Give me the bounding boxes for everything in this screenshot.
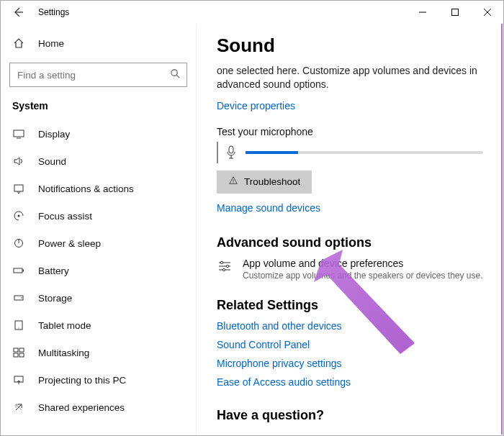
- related-heading: Related Settings: [217, 298, 483, 313]
- projecting-icon: [12, 373, 25, 386]
- svg-rect-17: [229, 146, 233, 153]
- svg-rect-15: [19, 353, 24, 357]
- sidebar-item-battery[interactable]: Battery: [1, 257, 196, 284]
- sidebar-item-focus-assist[interactable]: Focus assist: [1, 202, 196, 230]
- maximize-button[interactable]: [438, 1, 471, 24]
- shared-icon: [12, 401, 25, 414]
- home-icon: [12, 37, 25, 50]
- sidebar-item-label: Storage: [38, 293, 72, 304]
- related-link-ease-of-access[interactable]: Ease of Access audio settings: [217, 376, 483, 388]
- mic-test-row: [217, 142, 483, 163]
- power-icon: [12, 237, 25, 250]
- sound-icon: [12, 155, 25, 168]
- titlebar: Settings: [1, 1, 503, 24]
- svg-rect-0: [451, 9, 458, 16]
- svg-point-20: [226, 265, 228, 267]
- sidebar-item-multitasking[interactable]: Multitasking: [1, 339, 196, 366]
- sidebar-item-label: Projecting to this PC: [38, 375, 126, 386]
- window-title: Settings: [30, 7, 69, 17]
- pref-subtitle: Customize app volumes and the speakers o…: [243, 271, 483, 281]
- sidebar-section-label: System: [1, 94, 196, 120]
- search-box[interactable]: [9, 63, 187, 87]
- app-volume-preferences[interactable]: App volume and device preferences Custom…: [217, 258, 483, 281]
- related-link-bluetooth[interactable]: Bluetooth and other devices: [217, 320, 483, 332]
- sidebar-item-label: Focus assist: [38, 211, 92, 222]
- mic-level-meter: [246, 151, 483, 154]
- sidebar-item-label: Sound: [38, 156, 66, 167]
- sliders-icon: [217, 259, 233, 273]
- display-icon: [12, 127, 25, 140]
- svg-rect-3: [14, 185, 23, 191]
- svg-rect-12: [14, 348, 18, 352]
- sidebar-item-projecting[interactable]: Projecting to this PC: [1, 366, 196, 394]
- close-button[interactable]: [471, 1, 503, 24]
- sidebar: Home System Display Sound Notifications …: [1, 24, 197, 436]
- search-icon: [170, 68, 181, 81]
- scrollbar-indicator: [501, 24, 503, 435]
- pref-title: App volume and device preferences: [243, 258, 483, 269]
- minimize-button[interactable]: [406, 1, 438, 24]
- related-link-microphone-privacy[interactable]: Microphone privacy settings: [217, 358, 483, 369]
- sidebar-item-tablet-mode[interactable]: Tablet mode: [1, 312, 196, 339]
- question-heading: Have a question?: [217, 408, 483, 423]
- sidebar-item-shared[interactable]: Shared experiences: [1, 394, 196, 421]
- svg-point-1: [171, 70, 177, 76]
- troubleshoot-button[interactable]: Troubleshoot: [217, 171, 312, 194]
- sidebar-item-notifications[interactable]: Notifications & actions: [1, 175, 196, 202]
- sidebar-item-label: Multitasking: [38, 348, 89, 358]
- page-title: Sound: [217, 35, 483, 57]
- tablet-icon: [12, 319, 25, 332]
- microphone-icon: [224, 145, 238, 160]
- sidebar-item-label: Notifications & actions: [38, 183, 134, 194]
- notifications-icon: [12, 182, 25, 195]
- warning-icon: [228, 176, 238, 188]
- svg-rect-6: [14, 268, 22, 273]
- svg-rect-2: [14, 130, 24, 137]
- svg-point-9: [21, 297, 22, 299]
- page-description: one selected here. Customize app volumes…: [217, 64, 483, 91]
- svg-point-19: [220, 261, 222, 263]
- sidebar-item-label: Display: [38, 129, 70, 140]
- device-properties-link[interactable]: Device properties: [217, 100, 295, 112]
- svg-point-18: [233, 183, 233, 183]
- sidebar-item-sound[interactable]: Sound: [1, 147, 196, 175]
- svg-point-21: [222, 268, 225, 271]
- sidebar-item-label: Tablet mode: [38, 320, 91, 331]
- focus-assist-icon: [12, 209, 25, 222]
- button-label: Troubleshoot: [244, 176, 300, 187]
- manage-sound-devices-link[interactable]: Manage sound devices: [217, 202, 320, 214]
- sidebar-item-label: Battery: [38, 265, 69, 276]
- sidebar-item-display[interactable]: Display: [1, 120, 196, 147]
- sidebar-item-label: Shared experiences: [38, 402, 125, 413]
- back-button[interactable]: [6, 1, 30, 24]
- sidebar-home[interactable]: Home: [1, 29, 196, 57]
- search-input[interactable]: [16, 69, 170, 81]
- svg-point-11: [18, 327, 19, 328]
- main-panel: Sound one selected here. Customize app v…: [197, 24, 503, 436]
- svg-point-4: [18, 215, 20, 217]
- storage-icon: [12, 291, 25, 304]
- sidebar-item-storage[interactable]: Storage: [1, 284, 196, 312]
- multitasking-icon: [12, 346, 25, 359]
- battery-icon: [12, 264, 25, 277]
- test-mic-label: Test your microphone: [217, 126, 483, 137]
- related-link-sound-control-panel[interactable]: Sound Control Panel: [217, 339, 483, 350]
- arrow-left-icon: [12, 6, 24, 18]
- svg-rect-14: [14, 353, 18, 357]
- sidebar-item-label: Home: [38, 38, 64, 49]
- svg-rect-13: [19, 348, 24, 352]
- svg-rect-7: [23, 270, 24, 272]
- advanced-heading: Advanced sound options: [217, 235, 483, 250]
- sidebar-item-power[interactable]: Power & sleep: [1, 230, 196, 257]
- sidebar-item-label: Power & sleep: [38, 238, 101, 249]
